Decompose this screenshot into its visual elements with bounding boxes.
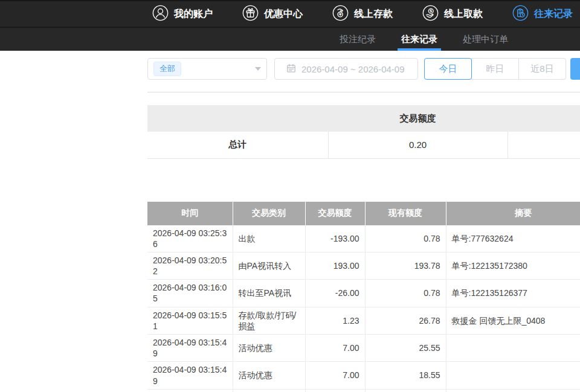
- transactions-tbody: 2026-04-09 03:25:36出款-193.000.78单号:77763…: [147, 225, 580, 392]
- cell-balance: 11.55: [365, 389, 446, 392]
- cell-type: 存款/取款/打码/损益: [233, 307, 305, 334]
- cell-amount: -193.00: [305, 225, 365, 252]
- summary-total-row: 总计 0.20: [147, 132, 580, 158]
- withdraw-icon: $: [422, 5, 439, 24]
- cell-amount: -26.00: [305, 280, 365, 307]
- nav-item-label: 线上存款: [354, 8, 393, 21]
- nav-item-label: 我的账户: [174, 8, 213, 21]
- table-row: 2026-04-09 03:20:52由PA视讯转入193.00193.78单号…: [147, 252, 580, 279]
- cell-balance: 26.78: [365, 307, 446, 334]
- summary-header-empty-2: [507, 105, 580, 132]
- cell-time: 2026-04-09 03:20:52: [147, 252, 233, 279]
- cell-amount: 7.00: [305, 362, 365, 389]
- cell-time: 2026-04-09 03:15:49: [147, 362, 233, 389]
- gift-icon: [242, 5, 259, 24]
- nav-item-withdraw[interactable]: $ 线上取款: [422, 5, 483, 24]
- yesterday-button[interactable]: 昨日: [471, 58, 519, 80]
- content-area: 全部 2026-04-09 ~ 2026-04-09 今日 昨日 近8日: [147, 58, 580, 392]
- nav-item-deposit[interactable]: ¥ 线上存款: [332, 5, 393, 24]
- cell-summary: [446, 362, 580, 389]
- cell-amount: 1.23: [305, 307, 365, 334]
- transaction-type-select[interactable]: 全部: [147, 58, 267, 80]
- filter-row: 全部 2026-04-09 ~ 2026-04-09 今日 昨日 近8日: [147, 58, 580, 80]
- date-range-value: 2026-04-09 ~ 2026-04-09: [301, 64, 405, 74]
- cell-time: 2026-04-09 03:25:36: [147, 225, 233, 252]
- cell-summary: 救援金 回馈无上限_0408: [446, 307, 580, 334]
- column-header-type: 交易类别: [233, 202, 305, 225]
- cell-amount: 7.00: [305, 335, 365, 362]
- nav-item-records[interactable]: 往来记录: [512, 5, 573, 24]
- cell-type: 活动优惠: [233, 389, 305, 392]
- calendar-icon: [286, 63, 296, 75]
- summary-header-amount: 交易额度: [328, 105, 507, 132]
- deposit-icon: ¥: [332, 5, 349, 24]
- cell-time: 2026-04-09 03:15:51: [147, 307, 233, 334]
- summary-table: 交易额度 总计 0.20: [147, 105, 580, 159]
- summary-total-empty: [507, 132, 580, 158]
- table-row: 2026-04-09 03:15:49活动优惠10.8811.55: [147, 389, 580, 392]
- cell-amount: 10.88: [305, 389, 365, 392]
- cell-type: 出款: [233, 225, 305, 252]
- column-header-balance: 现有额度: [365, 202, 446, 225]
- cell-type: 活动优惠: [233, 335, 305, 362]
- cell-summary: 单号:122135126377: [446, 280, 580, 307]
- svg-text:¥: ¥: [339, 11, 342, 16]
- selected-type-tag: 全部: [153, 62, 181, 76]
- chevron-down-icon: [255, 67, 261, 71]
- table-row: 2026-04-09 03:15:51存款/取款/打码/损益1.2326.78救…: [147, 307, 580, 334]
- cell-summary: [446, 335, 580, 362]
- cell-balance: 0.78: [365, 280, 446, 307]
- cell-type: 转出至PA视讯: [233, 280, 305, 307]
- cell-summary: [446, 389, 580, 392]
- user-icon: [152, 5, 169, 24]
- search-button[interactable]: [570, 58, 580, 80]
- table-row: 2026-04-09 03:25:36出款-193.000.78单号:77763…: [147, 225, 580, 252]
- nav-item-label: 线上取款: [444, 8, 483, 21]
- column-header-amount: 交易额度: [305, 202, 365, 225]
- table-row: 2026-04-09 03:16:05转出至PA视讯-26.000.78单号:1…: [147, 280, 580, 307]
- tab-betting-records[interactable]: 投注纪录: [336, 28, 379, 51]
- top-navbar: 我的账户 优惠中心 ¥ 线上存款: [0, 0, 580, 28]
- records-tabbar: 投注纪录 往来记录 处理中订单: [0, 28, 580, 51]
- summary-header-empty: [147, 105, 328, 132]
- today-button[interactable]: 今日: [424, 58, 472, 80]
- cell-summary: 单号:777632624: [446, 225, 580, 252]
- svg-text:$: $: [430, 8, 432, 13]
- transactions-table: 时间 交易类别 交易额度 现有额度 摘要 2026-04-09 03:25:36…: [147, 202, 580, 392]
- quick-date-buttons: 今日 昨日 近8日: [424, 58, 566, 80]
- summary-total-label: 总计: [147, 132, 328, 158]
- nav-item-label: 优惠中心: [264, 8, 303, 21]
- nav-item-my-account[interactable]: 我的账户: [152, 5, 213, 24]
- column-header-time: 时间: [147, 202, 233, 225]
- cell-time: 2026-04-09 03:15:49: [147, 335, 233, 362]
- section-divider: [147, 92, 580, 92]
- last-8-days-button[interactable]: 近8日: [518, 58, 566, 80]
- cell-balance: 25.55: [365, 335, 446, 362]
- date-range-input[interactable]: 2026-04-09 ~ 2026-04-09: [274, 58, 418, 80]
- table-row: 2026-04-09 03:15:49活动优惠7.0025.55: [147, 335, 580, 362]
- table-row: 2026-04-09 03:15:49活动优惠7.0018.55: [147, 362, 580, 389]
- summary-header-row: 交易额度: [147, 105, 580, 132]
- tab-processing-orders[interactable]: 处理中订单: [459, 28, 512, 51]
- cell-summary: 单号:122135172380: [446, 252, 580, 279]
- records-icon: [512, 5, 529, 24]
- cell-time: 2026-04-09 03:15:49: [147, 389, 233, 392]
- tab-transaction-records[interactable]: 往来记录: [398, 28, 441, 51]
- cell-balance: 0.78: [365, 225, 446, 252]
- cell-amount: 193.00: [305, 252, 365, 279]
- column-header-summary: 摘要: [446, 202, 580, 225]
- summary-total-value: 0.20: [328, 132, 507, 158]
- cell-type: 活动优惠: [233, 362, 305, 389]
- transactions-header-row: 时间 交易类别 交易额度 现有额度 摘要: [147, 202, 580, 225]
- cell-type: 由PA视讯转入: [233, 252, 305, 279]
- cell-balance: 18.55: [365, 362, 446, 389]
- nav-item-promotions[interactable]: 优惠中心: [242, 5, 303, 24]
- cell-time: 2026-04-09 03:16:05: [147, 280, 233, 307]
- cell-balance: 193.78: [365, 252, 446, 279]
- nav-item-label: 往来记录: [534, 8, 573, 21]
